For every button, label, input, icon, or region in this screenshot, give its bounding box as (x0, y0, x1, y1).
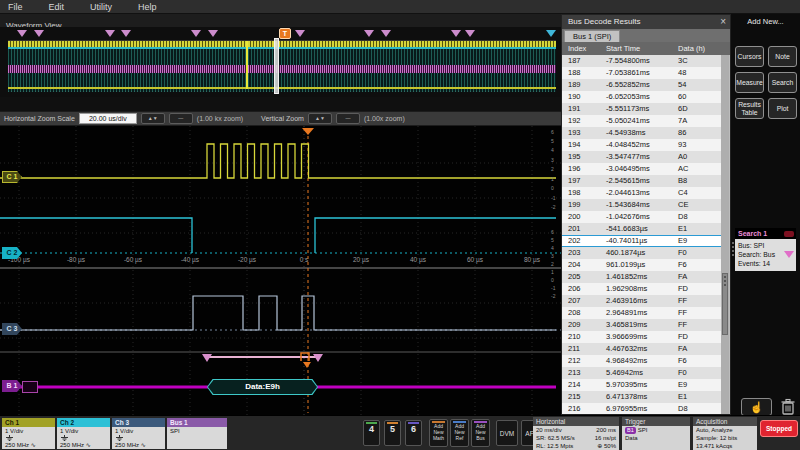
table-row[interactable]: 204 961.0199µs F6 (562, 259, 722, 271)
table-row[interactable]: 211 4.467632ms FA (562, 343, 722, 355)
waveform-canvas[interactable]: -100 µs-80 µs-60 µs-40 µs-20 µs0 s20 µs4… (0, 126, 561, 415)
bus1-type: SPI (170, 428, 227, 435)
yscale-label: 2 (551, 167, 554, 172)
cell-data: D8 (678, 211, 688, 223)
sidebar-button[interactable]: Cursors (735, 46, 764, 67)
sidebar-button[interactable]: Results Table (735, 98, 764, 119)
table-row[interactable]: 208 2.964891ms FF (562, 307, 722, 319)
table-row[interactable]: 205 1.461852ms FA (562, 271, 722, 283)
search1-title-bar[interactable]: Search 1 (735, 228, 796, 239)
ch3-badge[interactable]: Ch 3 1 V/div 250 MHz ∿ (112, 418, 165, 449)
acq-count: 13.471 kAcqs (696, 442, 754, 450)
table-row[interactable]: 214 5.970395ms E9 (562, 379, 722, 391)
table-row[interactable]: 192 -5.050241ms 7A (562, 115, 722, 127)
bus1-badge[interactable]: Bus 1 SPI (167, 418, 227, 449)
menu-item[interactable]: Utility (90, 2, 112, 12)
table-row[interactable]: 209 3.465819ms FF (562, 319, 722, 331)
acquisition-overview[interactable]: T -80 ms-60 ms-40 ms-20 ms20 ms40 ms60 m… (0, 27, 561, 97)
table-row[interactable]: 210 3.966699ms FD (562, 331, 722, 343)
add-new-bus-button[interactable]: Add New Bus (471, 419, 490, 447)
waveform-view-tab[interactable]: Waveform View (0, 14, 561, 27)
table-row[interactable]: 196 -3.046495ms AC (562, 163, 722, 175)
table-row[interactable]: 207 2.463916ms FF (562, 295, 722, 307)
close-icon[interactable]: × (720, 15, 726, 29)
h-sample-rate: SR: 62.5 MS/s (536, 434, 575, 442)
cell-data: E9 (678, 379, 687, 391)
table-row[interactable]: 203 460.1874µs F0 (562, 247, 722, 259)
search-marker-icon (381, 30, 391, 37)
run-stop-button[interactable]: Stopped (760, 420, 798, 437)
h-zoom-scale-input[interactable]: 20.00 us/div (79, 113, 137, 124)
acquisition-panel[interactable]: Acquisition Auto, Analyze Sample: 12 bit… (693, 417, 757, 450)
table-row[interactable]: 215 6.471378ms E1 (562, 391, 722, 403)
table-row[interactable]: 189 -6.552852ms 54 (562, 79, 722, 91)
results-title-bar[interactable]: Bus Decode Results × (562, 15, 730, 29)
acquisition-title: Acquisition (693, 417, 757, 426)
zoom-window-handle[interactable] (274, 38, 279, 94)
sidebar-button[interactable]: Note (768, 46, 797, 67)
cell-start-time: 460.1874µs (606, 247, 645, 259)
h-zoom-minus-button[interactable]: — (169, 113, 193, 124)
add-new-ref-button[interactable]: Add New Ref (450, 419, 469, 447)
right-sidebar: Tektronix Add New... CursorsNoteMeasureS… (731, 0, 800, 415)
trigger-panel[interactable]: Trigger B1SPI Data (622, 417, 690, 450)
cell-data: FD (678, 283, 688, 295)
trash-button[interactable] (780, 398, 796, 416)
menu-item[interactable]: Edit (49, 2, 65, 12)
results-table-body[interactable]: 187 -7.554800ms 3C 188 -7.053861ms 48 18… (562, 55, 722, 414)
table-row[interactable]: 194 -4.048452ms 93 (562, 139, 722, 151)
table-row[interactable]: 193 -4.54938ms 86 (562, 127, 722, 139)
sidebar-button[interactable]: Measure (735, 72, 764, 93)
cell-data: E1 (678, 391, 687, 403)
ch2-badge[interactable]: Ch 2 1 V/div 250 MHz ∿ (57, 418, 110, 449)
acq-sample: Sample: 12 bits (696, 434, 754, 442)
v-zoom-arrows-button[interactable]: ▲▼ (308, 113, 332, 124)
v-zoom-minus-button[interactable]: — (336, 113, 360, 124)
table-row[interactable]: 201 -541.6683µs E1 (562, 223, 722, 235)
dvm-button[interactable]: DVM (496, 420, 518, 446)
horizontal-panel[interactable]: Horizontal 20 ms/div200 ms SR: 62.5 MS/s… (533, 417, 619, 450)
table-row[interactable]: 206 1.962908ms FD (562, 283, 722, 295)
ch1-badge[interactable]: Ch 1 1 V/div 250 MHz ∿ (2, 418, 55, 449)
table-row[interactable]: 199 -1.543684ms CE (562, 199, 722, 211)
h-zoom-arrows-button[interactable]: ▲▼ (141, 113, 165, 124)
table-row[interactable]: 202 -40.74011µs E9 (562, 235, 722, 247)
table-row[interactable]: 197 -2.545615ms B8 (562, 175, 722, 187)
bus-decode-value-box[interactable]: Data:E9h (207, 379, 318, 395)
menu-item[interactable]: Help (138, 2, 157, 12)
table-row[interactable]: 212 4.968492ms F6 (562, 355, 722, 367)
results-scrollbar[interactable] (721, 55, 729, 414)
c1-trace (0, 144, 556, 178)
channel-5-button[interactable]: 5 (384, 420, 401, 446)
scrollbar-thumb[interactable] (722, 273, 728, 335)
panel-drag-grip[interactable] (731, 240, 735, 258)
yscale-label: 1 (551, 177, 554, 182)
add-new-math-button[interactable]: Add New Math (429, 419, 448, 447)
menu-item[interactable]: File (8, 2, 23, 12)
tab-bus1-spi[interactable]: Bus 1 (SPI) (564, 30, 620, 42)
add-new-label[interactable]: Add New... (731, 17, 800, 26)
cell-data: AC (678, 163, 688, 175)
table-row[interactable]: 190 -6.052053ms 60 (562, 91, 722, 103)
sidebar-button[interactable]: Plot (768, 98, 797, 119)
table-row[interactable]: 213 5.46942ms F0 (562, 367, 722, 379)
cell-index: 190 (568, 91, 581, 103)
table-row[interactable]: 191 -5.551173ms 6D (562, 103, 722, 115)
cell-start-time: -2.044613ms (606, 187, 650, 199)
h-zoom-scale-label: Horizontal Zoom Scale (4, 115, 75, 122)
table-row[interactable]: 188 -7.053861ms 48 (562, 67, 722, 79)
touch-mode-button[interactable]: ☝ (741, 398, 772, 416)
main-axis-label: 60 µs (467, 256, 483, 263)
table-row[interactable]: 195 -3.547477ms A0 (562, 151, 722, 163)
table-row[interactable]: 187 -7.554800ms 3C (562, 55, 722, 67)
sidebar-button[interactable]: Search (768, 72, 797, 93)
table-row[interactable]: 216 6.976955ms D8 (562, 403, 722, 414)
channel-4-button[interactable]: 4 (363, 420, 380, 446)
trigger-arrow-icon (302, 128, 314, 135)
search1-panel[interactable]: Search 1 Bus: SPI Search: Bus Events: 14 (735, 228, 796, 271)
channel-6-button[interactable]: 6 (405, 420, 422, 446)
table-row[interactable]: 200 -1.042676ms D8 (562, 211, 722, 223)
yscale-label: 4 (551, 246, 554, 251)
trigger-position-icon[interactable]: T (279, 28, 291, 39)
table-row[interactable]: 198 -2.044613ms C4 (562, 187, 722, 199)
